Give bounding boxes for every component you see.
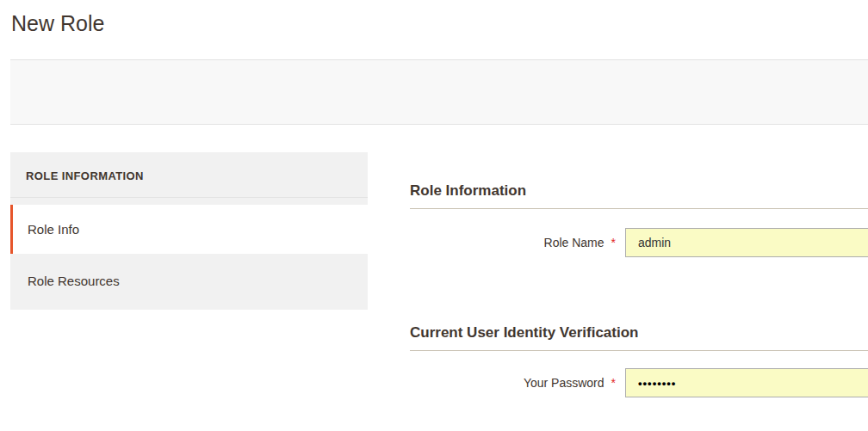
form-main: Role Information Role Name* Current User… <box>368 152 868 397</box>
role-name-input[interactable] <box>625 228 868 257</box>
your-password-control <box>625 368 868 397</box>
page-title: New Role <box>0 0 868 37</box>
sidebar-item-role-resources[interactable]: Role Resources <box>10 254 368 310</box>
required-asterisk: * <box>611 376 616 390</box>
required-asterisk: * <box>611 236 616 249</box>
content-area: ROLE INFORMATION Role Info Role Resource… <box>0 152 868 397</box>
section-identity-verification: Current User Identity Verification Your … <box>410 324 868 397</box>
section-title-identity-verification: Current User Identity Verification <box>410 324 868 351</box>
field-row-role-name: Role Name* <box>410 228 868 257</box>
field-row-your-password: Your Password* <box>410 368 868 397</box>
section-role-information: Role Information Role Name* <box>410 182 868 257</box>
your-password-input[interactable] <box>625 368 868 397</box>
sidebar-item-label: Role Info <box>28 222 79 237</box>
role-name-label: Role Name* <box>410 236 616 249</box>
sidebar-nav: Role Info Role Resources <box>10 198 368 310</box>
role-tabs-sidebar: ROLE INFORMATION Role Info Role Resource… <box>10 152 368 310</box>
sidebar-title: ROLE INFORMATION <box>10 152 368 198</box>
your-password-label: Your Password* <box>410 376 616 390</box>
sidebar-item-label: Role Resources <box>28 274 120 288</box>
sidebar-item-role-info[interactable]: Role Info <box>10 205 368 254</box>
page-actions-toolbar <box>10 59 868 125</box>
role-name-label-text: Role Name <box>544 236 604 249</box>
role-name-control <box>625 228 868 257</box>
section-title-role-information: Role Information <box>410 182 868 209</box>
your-password-label-text: Your Password <box>524 376 604 390</box>
